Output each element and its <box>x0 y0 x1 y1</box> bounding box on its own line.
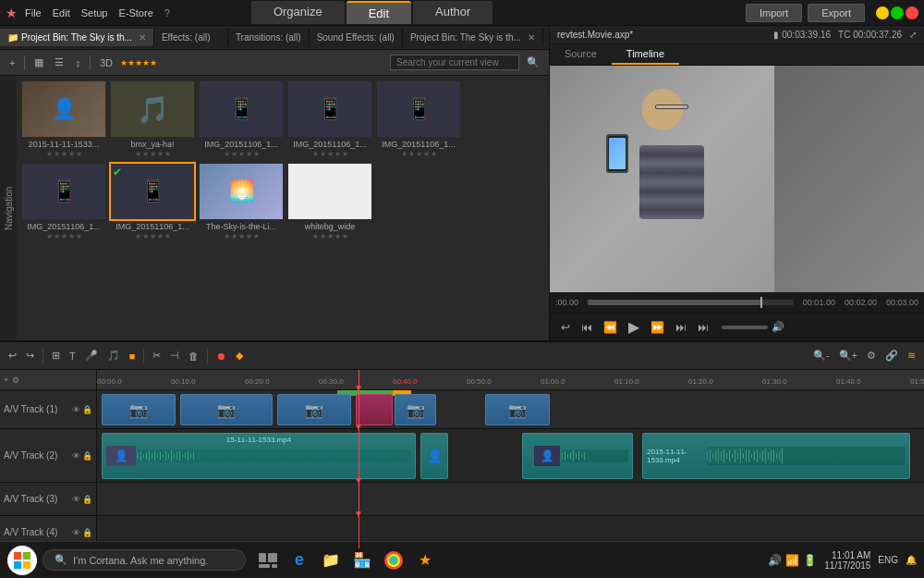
step-back-button[interactable]: ⏪ <box>600 318 621 337</box>
menu-edit[interactable]: Edit <box>53 7 70 18</box>
tl-zoom-out[interactable]: 🔍- <box>810 348 833 363</box>
close-button[interactable] <box>906 6 918 19</box>
minimize-button[interactable] <box>876 6 889 19</box>
track-3-icons: 👁 🔒 <box>72 495 92 504</box>
tl-delete[interactable]: 🗑 <box>186 349 201 363</box>
track-3-lock[interactable]: 🔒 <box>82 495 92 504</box>
media-item-selected[interactable]: ✔ 📱 IMG_20151106_1... ★★★★★ <box>111 164 194 240</box>
media-item[interactable]: 🌅 The-Sky-is-the-Li... ★★★★★ <box>200 164 283 240</box>
rewind-button[interactable]: ↩ <box>557 318 574 337</box>
language-indicator[interactable]: ENG <box>878 555 898 565</box>
expand-icon[interactable]: ⤢ <box>909 30 917 40</box>
track-2-eye[interactable]: 👁 <box>72 451 80 461</box>
track-3-eye[interactable]: 👁 <box>72 495 80 504</box>
tl-marker[interactable]: ◆ <box>233 348 246 363</box>
clip-1-2[interactable]: 📷 <box>180 394 273 425</box>
track-4-eye[interactable]: 👁 <box>72 528 80 537</box>
tl-settings[interactable]: ⚙ <box>864 348 879 363</box>
tl-ripple[interactable]: ≋ <box>905 348 918 363</box>
play-button[interactable]: ▶ <box>625 315 643 338</box>
tab-effects[interactable]: Effects: (all) <box>154 29 228 46</box>
tab-close-1[interactable]: ✕ <box>139 32 146 43</box>
track-1-lock[interactable]: 🔒 <box>82 405 92 414</box>
grid-view-button[interactable]: ▦ <box>30 55 47 70</box>
clip-1-3[interactable]: 📷 <box>277 394 351 425</box>
tab-organize[interactable]: Organize <box>251 1 345 24</box>
clip-1-5[interactable]: 📷 <box>395 394 436 425</box>
tl-link[interactable]: 🔗 <box>882 348 901 363</box>
task-view-button[interactable] <box>255 547 281 573</box>
end-button[interactable]: ⏭ <box>694 318 712 337</box>
chrome-button[interactable] <box>381 547 407 573</box>
media-item[interactable]: 📱 IMG_20151106_1... ★★★★★ <box>377 81 460 158</box>
tab-edit[interactable]: Edit <box>346 1 411 24</box>
maximize-button[interactable] <box>891 6 904 19</box>
list-view-button[interactable]: ☰ <box>51 55 67 70</box>
tab-project-bin-1[interactable]: 📁 Project Bin: The Sky is th... ✕ <box>0 29 154 46</box>
store-button[interactable]: 🏪 <box>349 547 375 573</box>
cortana-text: I'm Cortana. Ask me anything. <box>73 555 208 566</box>
media-item[interactable]: 👤 2015-11-11-1533... ★★★★★ <box>22 81 105 158</box>
tl-trim[interactable]: ⊣ <box>167 348 182 363</box>
track-add-icon[interactable]: + <box>4 375 8 385</box>
menu-estore[interactable]: E-Store <box>118 7 152 18</box>
search-icon[interactable]: 🔍 <box>523 55 543 70</box>
tl-music[interactable]: 🎵 <box>104 348 123 363</box>
timebar-track[interactable] <box>588 300 794 305</box>
clip-1-6[interactable]: 📷 <box>485 394 550 425</box>
3d-button[interactable]: 3D <box>96 55 116 70</box>
track-2-lock[interactable]: 🔒 <box>82 451 92 461</box>
track-config-icon[interactable]: ⚙ <box>12 375 19 385</box>
media-item[interactable]: 🎵 bmx_ya-ha! ★★★★★ <box>111 81 194 158</box>
media-item[interactable]: 📱 IMG_20151106_1... ★★★★★ <box>200 81 283 158</box>
export-button[interactable]: Export <box>808 4 865 22</box>
tab-project-bin-2[interactable]: Project Bin: The Sky is th... ✕ <box>403 29 543 46</box>
tl-zoom-in[interactable]: 🔍+ <box>836 348 860 363</box>
skip-forward-button[interactable]: ⏭ <box>672 318 690 337</box>
tl-redo[interactable]: ↪ <box>23 348 37 363</box>
tab-source[interactable]: Source <box>550 44 612 65</box>
svg-rect-0 <box>138 453 139 459</box>
clip-2-3[interactable]: 👤 <box>522 433 633 479</box>
notification-icon[interactable]: 🔔 <box>906 555 917 565</box>
svg-rect-52 <box>768 452 769 460</box>
cortana-search[interactable]: 🔍 I'm Cortana. Ask me anything. <box>43 549 246 571</box>
import-button[interactable]: Import <box>746 4 802 22</box>
tl-narrate[interactable]: 🎤 <box>82 348 101 363</box>
clip-2-4[interactable]: 2015-11-11-1533.mp4 <box>642 433 910 479</box>
menu-file[interactable]: File <box>25 7 42 18</box>
volume-bar[interactable] <box>722 326 768 329</box>
skip-back-button[interactable]: ⏮ <box>578 318 596 337</box>
tl-color[interactable]: ■ <box>127 349 139 363</box>
media-item[interactable]: 📱 IMG_20151106_1... ★★★★★ <box>22 164 105 240</box>
sort-button[interactable]: ↕ <box>71 55 84 70</box>
tab-transitions[interactable]: Transitions: (all) <box>228 29 310 46</box>
step-forward-button[interactable]: ⏩ <box>647 318 668 337</box>
media-item[interactable]: whitebg_wide ★★★★★ <box>288 164 371 240</box>
search-input[interactable] <box>390 55 519 70</box>
start-button[interactable] <box>7 546 37 575</box>
tab-close-2[interactable]: ✕ <box>528 32 535 43</box>
tab-author[interactable]: Author <box>413 1 492 24</box>
tab-timeline[interactable]: Timeline <box>612 44 679 65</box>
menu-help[interactable]: ? <box>164 7 170 18</box>
add-media-button[interactable]: + <box>6 55 18 70</box>
menu-setup[interactable]: Setup <box>81 7 108 18</box>
tab-sound-effects[interactable]: Sound Effects: (all) <box>310 29 403 46</box>
tl-split[interactable]: ✂ <box>150 348 164 363</box>
timebar-handle[interactable] <box>760 297 762 308</box>
clip-1-4[interactable] <box>356 394 393 425</box>
file-explorer-button[interactable]: 📁 <box>318 547 344 573</box>
tl-snap[interactable]: ⊞ <box>49 348 63 363</box>
clip-2-1[interactable]: 15-11-11-1533.mp4 👤 <box>102 433 416 479</box>
track-1-eye[interactable]: 👁 <box>72 405 80 414</box>
media-item[interactable]: 📱 IMG_20151106_1... ★★★★★ <box>288 81 371 158</box>
pinnacle-button[interactable]: ★ <box>412 547 438 573</box>
tl-record[interactable]: ⏺ <box>213 349 229 363</box>
tl-undo[interactable]: ↩ <box>6 348 19 363</box>
clip-1-1[interactable]: 📷 <box>102 394 176 425</box>
tl-text[interactable]: T <box>67 349 79 363</box>
track-4-lock[interactable]: 🔒 <box>82 528 92 537</box>
clip-2-2[interactable]: 👤 <box>420 433 448 479</box>
edge-browser-button[interactable]: e <box>286 547 312 573</box>
